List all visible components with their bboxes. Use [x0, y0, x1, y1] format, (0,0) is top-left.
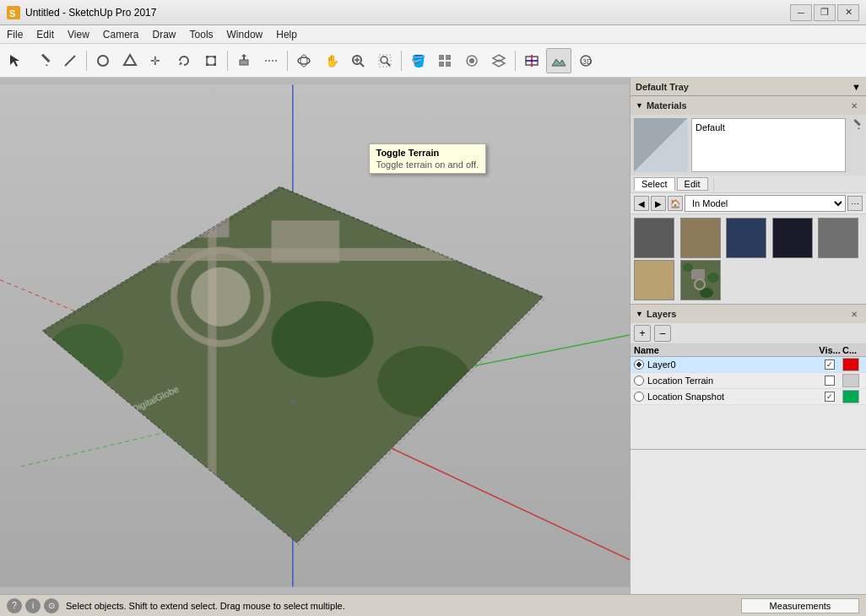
status-icon-user[interactable]: ⊙ — [44, 598, 59, 613]
tab-select[interactable]: Select — [634, 177, 675, 191]
shape-tool-button[interactable] — [117, 48, 143, 73]
layers-close-button[interactable]: ✕ — [847, 307, 861, 321]
toggle-terrain-button[interactable] — [546, 48, 571, 73]
statusbar-icons: ? i ⊙ — [7, 598, 59, 613]
svg-point-21 — [300, 55, 307, 67]
orbit-button[interactable] — [291, 48, 317, 73]
layer-row-2[interactable]: Location Snapshot — [631, 389, 866, 405]
svg-rect-34 — [446, 62, 451, 67]
material-swatch-2[interactable] — [680, 218, 721, 258]
material-swatch-3[interactable] — [726, 218, 766, 258]
layers-icon — [491, 53, 506, 68]
material-more-button[interactable]: ⋯ — [847, 196, 863, 211]
material-category-dropdown[interactable]: In Model Colors Brick and Cladding — [685, 195, 846, 212]
layer-name-1: Location Terrain — [647, 376, 713, 386]
push-pull-button[interactable] — [231, 48, 257, 73]
nav-forward-button[interactable]: ▶ — [651, 196, 666, 211]
styles-button[interactable] — [459, 48, 484, 73]
menu-help[interactable]: Help — [269, 27, 304, 42]
layers-header-left: ▼ Layers — [636, 309, 676, 319]
minimize-button[interactable]: ─ — [790, 4, 812, 21]
layer-name-2: Location Snapshot — [647, 392, 724, 402]
svg-text:🪣: 🪣 — [411, 54, 425, 68]
pencil-tool-button[interactable] — [30, 48, 56, 73]
select-tool-button[interactable] — [3, 48, 29, 73]
layer-active-radio-1[interactable] — [634, 376, 644, 386]
svg-rect-14 — [214, 63, 216, 66]
layer-color-swatch-2[interactable] — [842, 390, 863, 403]
line-tool-button[interactable] — [57, 48, 83, 73]
tray-options-button[interactable]: ▼ — [852, 82, 861, 92]
zoom-button[interactable] — [345, 48, 371, 73]
material-swatch-1[interactable] — [634, 218, 674, 258]
menu-file[interactable]: File — [0, 27, 30, 42]
status-icon-info[interactable]: i — [25, 598, 41, 613]
circle-tool-button[interactable] — [90, 48, 116, 73]
titlebar-controls: ─ ❐ ✕ — [790, 4, 859, 21]
layers-header[interactable]: ▼ Layers ✕ — [631, 305, 866, 323]
layer-visibility-checkbox-2[interactable] — [825, 392, 835, 402]
add-location-button[interactable] — [519, 48, 544, 73]
rotate-tool-button[interactable] — [171, 48, 197, 73]
layer-color-swatch-1[interactable] — [842, 374, 863, 387]
components-icon — [437, 53, 452, 68]
menu-view[interactable]: View — [61, 27, 96, 42]
nav-back-button[interactable]: ◀ — [634, 196, 649, 211]
tray-header: Default Tray ▼ — [631, 78, 866, 96]
layer-color-swatch-0[interactable] — [842, 358, 863, 371]
svg-marker-42 — [552, 59, 566, 66]
layer-row-1[interactable]: Location Terrain — [631, 373, 866, 389]
move-tool-button[interactable]: ✛ — [144, 48, 170, 73]
paint-bucket-button[interactable]: 🪣 — [405, 48, 430, 73]
menubar: File Edit View Camera Draw Tools Window … — [0, 25, 866, 44]
pan-button[interactable]: ✋ — [318, 48, 344, 73]
layers-button[interactable] — [486, 48, 511, 73]
add-location-icon — [524, 53, 539, 68]
layers-table-header: Name Vis... C... — [631, 344, 866, 357]
material-nav: ◀ ▶ 🏠 In Model Colors Brick and Cladding… — [631, 193, 866, 214]
measurements-box: Measurements — [741, 598, 859, 613]
zoom-extents-button[interactable] — [372, 48, 398, 73]
svg-rect-31 — [439, 55, 444, 60]
svg-rect-32 — [446, 55, 451, 60]
tab-edit[interactable]: Edit — [677, 177, 708, 191]
components-button[interactable] — [432, 48, 457, 73]
menu-draw[interactable]: Draw — [146, 27, 183, 42]
material-edit-icon[interactable] — [849, 118, 863, 132]
layer-visibility-checkbox-0[interactable] — [825, 359, 835, 370]
menu-window[interactable]: Window — [220, 27, 270, 42]
close-button[interactable]: ✕ — [837, 4, 859, 21]
remove-layer-button[interactable]: – — [654, 325, 671, 342]
material-swatch-6[interactable] — [634, 260, 674, 300]
menu-edit[interactable]: Edit — [30, 27, 61, 42]
layer-color-2 — [842, 390, 859, 403]
material-swatch-7[interactable] — [680, 260, 721, 300]
layer-visibility-checkbox-1[interactable] — [825, 376, 835, 386]
viewport[interactable]: ©DigitalGlobe Toggle Terrain Toggle terr… — [0, 78, 630, 594]
add-layer-button[interactable]: + — [634, 325, 651, 342]
toolbar: ✛ — [0, 44, 866, 78]
material-current-swatch — [634, 118, 688, 172]
status-icon-help[interactable]: ? — [7, 598, 22, 613]
menu-tools[interactable]: Tools — [183, 27, 220, 42]
material-swatch-4[interactable] — [772, 218, 813, 258]
tape-button[interactable] — [258, 48, 284, 73]
layer-row-0[interactable]: Layer0 — [631, 357, 866, 373]
tooltip-title: Toggle Terrain — [376, 148, 479, 158]
layer-active-radio-0[interactable] — [634, 359, 644, 370]
get-models-button[interactable]: 3D — [573, 48, 598, 73]
materials-close-button[interactable]: ✕ — [847, 99, 861, 112]
materials-preview: Default — [631, 115, 866, 176]
menu-camera[interactable]: Camera — [96, 27, 146, 42]
scale-tool-button[interactable] — [198, 48, 224, 73]
material-swatch-5[interactable] — [818, 218, 858, 258]
materials-header[interactable]: ▼ Materials ✕ — [631, 96, 866, 115]
zoom-extents-icon — [377, 53, 392, 68]
maximize-button[interactable]: ❐ — [814, 4, 836, 21]
svg-marker-72 — [858, 127, 860, 129]
styles-icon — [464, 53, 479, 68]
separator-4 — [401, 51, 402, 71]
layer-active-radio-2[interactable] — [634, 392, 644, 402]
pan-icon: ✋ — [323, 53, 338, 68]
nav-home-button[interactable]: 🏠 — [668, 196, 683, 211]
